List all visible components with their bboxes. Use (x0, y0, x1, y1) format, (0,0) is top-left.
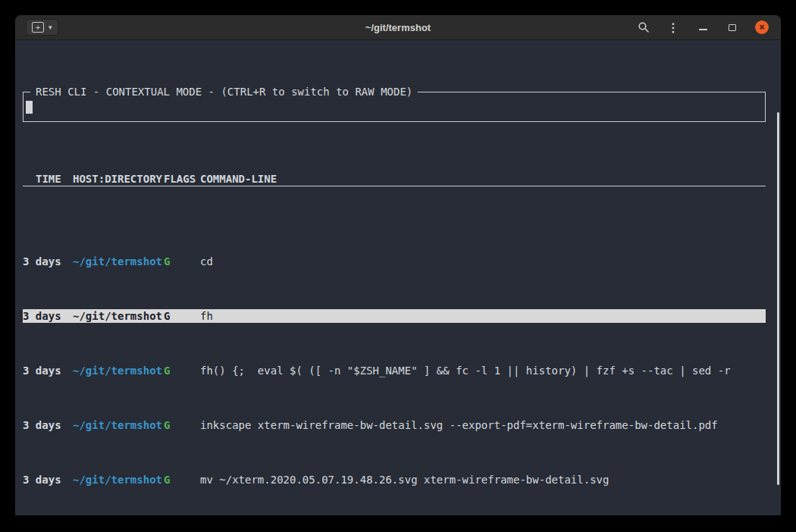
minimize-button[interactable] (696, 20, 710, 34)
new-tab-icon: + (32, 22, 44, 33)
header-time: TIME (23, 172, 73, 186)
row-flags: G (164, 309, 200, 323)
titlebar: + ▾ ~/git/termshot ⋮ × (15, 15, 781, 40)
minimize-icon (699, 29, 707, 30)
row-host-directory: ~/git/termshot (73, 364, 164, 377)
restore-icon (729, 24, 736, 31)
search-icon[interactable] (637, 20, 650, 34)
table-row[interactable]: 3 days ~/git/termshot G cd (23, 255, 766, 268)
header-command-line: COMMAND-LINE (200, 172, 766, 186)
table-row[interactable]: 3 days ~/git/termshot G mv ~/xterm.2020.… (23, 473, 766, 487)
menu-kebab-icon[interactable]: ⋮ (666, 20, 680, 34)
row-time: 3 days (23, 473, 73, 487)
text-cursor (26, 101, 33, 114)
terminal-window: + ▾ ~/git/termshot ⋮ × RESH CLI - CONTEX… (15, 15, 781, 515)
row-time: 3 days (23, 309, 73, 323)
row-command: cd (200, 255, 766, 268)
table-header: TIME HOST:DIRECTORY FLAGS COMMAND-LINE (23, 172, 766, 186)
row-flags: G (164, 255, 200, 268)
close-icon: × (759, 23, 764, 32)
row-flags: G (164, 418, 200, 432)
table-row[interactable]: 3 days ~/git/termshot G fh (23, 309, 766, 323)
titlebar-controls: ⋮ × (637, 20, 769, 34)
row-command: inkscape xterm-wireframe-bw-detail.svg -… (200, 418, 766, 432)
table-row[interactable]: 3 days ~/git/termshot G fh() {; eval $( … (23, 364, 766, 377)
row-time: 3 days (23, 255, 73, 268)
header-host-directory: HOST:DIRECTORY (73, 172, 164, 186)
row-command: fh() {; eval $( ([ -n "$ZSH_NAME" ] && f… (200, 364, 766, 377)
scrollbar[interactable] (777, 112, 779, 485)
table-row[interactable]: 3 days ~/git/termshot G inkscape xterm-w… (23, 418, 766, 432)
restore-button[interactable] (725, 20, 739, 34)
row-command: mv ~/xterm.2020.05.07.19.48.26.svg xterm… (200, 473, 766, 487)
row-flags: G (164, 364, 200, 377)
row-host-directory: ~/git/termshot (73, 418, 164, 432)
row-command: fh (200, 309, 766, 323)
search-input[interactable]: RESH CLI - CONTEXTUAL MODE - (CTRL+R to … (23, 92, 766, 122)
chevron-down-icon: ▾ (49, 24, 52, 31)
search-box-title: RESH CLI - CONTEXTUAL MODE - (CTRL+R to … (30, 85, 418, 99)
row-host-directory: ~/git/termshot (73, 473, 164, 487)
close-button[interactable]: × (755, 20, 769, 34)
row-flags: G (164, 473, 200, 487)
row-host-directory: ~/git/termshot (73, 309, 164, 323)
row-host-directory: ~/git/termshot (73, 255, 164, 268)
row-time: 3 days (23, 364, 73, 377)
history-list: 3 days ~/git/termshot G cd 3 days ~/git/… (23, 227, 766, 515)
row-time: 3 days (23, 418, 73, 432)
header-flags: FLAGS (164, 172, 200, 186)
new-tab-button[interactable]: + ▾ (26, 19, 58, 36)
terminal-content: RESH CLI - CONTEXTUAL MODE - (CTRL+R to … (15, 40, 781, 515)
window-title: ~/git/termshot (365, 22, 431, 33)
